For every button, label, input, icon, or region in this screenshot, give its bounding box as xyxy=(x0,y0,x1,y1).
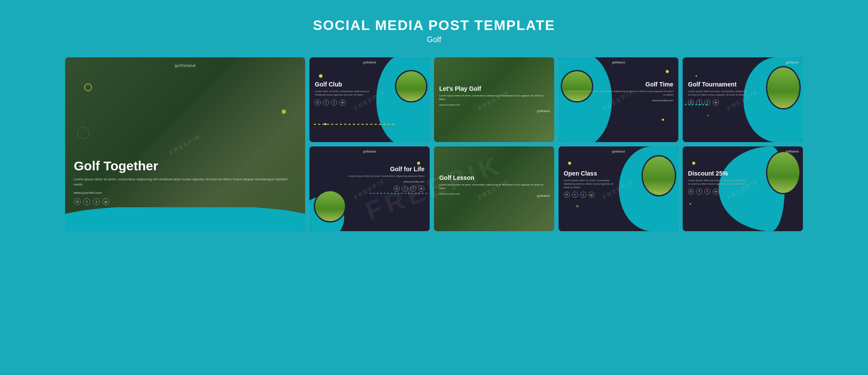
oc-dot-2: f xyxy=(572,192,578,198)
card-open-class: golfisland Open Class Lorem ipsum dolor … xyxy=(559,146,679,231)
oc-dot-3: t xyxy=(580,192,586,198)
page-title: SOCIAL MEDIA POST TEMPLATE xyxy=(313,17,555,33)
d-dot-3: t xyxy=(704,189,710,195)
card-golf-lesson: golfisland Golf Lesson Lorem ipsum dolor… xyxy=(434,146,554,231)
wave-large xyxy=(65,207,305,231)
golf-club-body: Lorem dolor sit amet, consectetur adipis… xyxy=(315,90,375,97)
open-class-content: Open Class Lorem ipsum dolor sit amet, c… xyxy=(559,164,679,204)
tournament-title: Golf Tournament xyxy=(688,81,748,88)
card-lets-play: golfisland Let's Play Golf Lorem ipsum d… xyxy=(434,57,554,142)
d-dot-2: f xyxy=(696,189,702,195)
page-header: SOCIAL MEDIA POST TEMPLATE Golf xyxy=(313,17,555,44)
instagram-icon[interactable]: ⊙ xyxy=(74,198,81,205)
facebook-icon[interactable]: f xyxy=(83,198,90,205)
card-golf-for-life: golfisland Golf for Life Lorem ipsum dol… xyxy=(309,146,430,231)
gl-dot-1: ⊙ xyxy=(394,186,400,192)
gl-dot-4: w xyxy=(418,186,424,192)
golf-life-url: www.yoursite.com xyxy=(315,180,424,183)
card-golf-time: golfisland Golf Time Lorem ipsum dolor s… xyxy=(559,57,679,142)
t-dot-1: ⊙ xyxy=(688,100,694,106)
tournament-content: Golf Tournament Lorem ipsum dolor sit am… xyxy=(683,75,803,112)
open-class-logo: golfisland xyxy=(612,150,625,153)
template-grid: golfisland Golf Together Lorem ipsum dol… xyxy=(65,57,803,231)
large-card-content: Golf Together Lorem ipsum dolor sit amet… xyxy=(74,159,296,205)
t-dot-3: t xyxy=(704,100,710,106)
twitter-icon[interactable]: t xyxy=(93,198,100,205)
open-class-title: Open Class xyxy=(564,170,618,177)
lets-play-body: Lorem ipsum dolor sit amet, consectetur … xyxy=(439,94,549,101)
dot-1: ⊙ xyxy=(315,100,321,106)
tournament-body: Lorem ipsum dolor sit amet, consectetur … xyxy=(688,90,748,97)
large-card-logo: golfisland xyxy=(175,63,196,68)
tournament-logo: golfisland xyxy=(786,61,799,64)
golf-time-title: Golf Time xyxy=(564,81,674,88)
large-card-url: www.yoursite.com xyxy=(74,191,296,195)
golf-life-title: Golf for Life xyxy=(315,166,424,173)
discount-star: ✦ xyxy=(689,202,692,206)
tournament-star-2: ✦ xyxy=(707,114,709,117)
deco-circle-2 xyxy=(77,127,89,139)
open-class-dots: ⊙ f t w xyxy=(564,192,674,198)
card-discount: golfisland ✦ Discount 25% Lorem ipsum do… xyxy=(683,146,803,231)
golf-club-content: Golf Club Lorem dolor sit amet, consecte… xyxy=(309,75,430,112)
card-golf-club: golfisland Golf Club Lorem dolor sit ame… xyxy=(309,57,430,142)
t-dot-4: w xyxy=(713,100,719,106)
accent-dot-1 xyxy=(282,110,286,114)
d-dot-1: ⊙ xyxy=(688,189,694,195)
discount-content: Discount 25% Lorem ipsum dolor sit amet,… xyxy=(683,164,803,201)
golf-time-body: Lorem ipsum dolor sit amet, consectetur … xyxy=(564,90,674,97)
t-dot-2: f xyxy=(696,100,702,106)
lets-play-content: Let's Play Golf Lorem ipsum dolor sit am… xyxy=(434,79,554,114)
discount-logo: golfisland xyxy=(786,150,799,153)
open-class-body: Lorem ipsum dolor sit amet, consectetur … xyxy=(564,179,618,189)
dot-4: w xyxy=(339,100,345,106)
golf-club-logo: golfisland xyxy=(363,61,376,64)
dot-3: t xyxy=(331,100,337,106)
page-subtitle: Golf xyxy=(313,35,555,44)
golf-lesson-content: Golf Lesson Lorem ipsum dolor sit amet, … xyxy=(434,168,554,201)
gl-dot-3: t xyxy=(410,186,416,192)
whatsapp-icon[interactable]: w xyxy=(102,198,109,205)
large-card-body: Lorem ipsum dolor sit amet, consectetur … xyxy=(74,177,296,187)
social-icons: ⊙ f t w xyxy=(74,198,296,205)
golf-club-dots: ⊙ f t w xyxy=(315,100,424,106)
tournament-dots: ⊙ f t w xyxy=(688,100,798,106)
gl-dot-2: f xyxy=(402,186,408,192)
golf-lesson-body: Lorem ipsum dolor sit amet, consectetur … xyxy=(439,183,549,190)
golf-club-title: Golf Club xyxy=(315,81,424,88)
discount-body: Lorem ipsum dolor sit amet, consectetur … xyxy=(688,179,748,186)
golf-time-url: www.yoursite.com xyxy=(564,99,674,102)
discount-title: Discount 25% xyxy=(688,170,748,177)
discount-dots: ⊙ f t w xyxy=(688,189,798,195)
golf-time-logo: golfisland xyxy=(612,61,625,64)
golf-lesson-url: www.yoursite.com xyxy=(439,192,549,195)
golf-time-content: Golf Time Lorem ipsum dolor sit amet, co… xyxy=(559,75,679,108)
oc-dot-4: w xyxy=(589,192,595,198)
lets-play-title: Let's Play Golf xyxy=(439,85,549,92)
golf-lesson-title: Golf Lesson xyxy=(439,174,549,181)
dot-2: f xyxy=(323,100,329,106)
bg-overlay-large xyxy=(65,57,305,231)
golf-life-dots: ⊙ f t w xyxy=(315,186,424,192)
accent-dot-3 xyxy=(324,123,326,125)
oc-dot-1: ⊙ xyxy=(564,192,570,198)
golf-life-content: Golf for Life Lorem ipsum dolor sit amet… xyxy=(309,146,430,198)
golf-life-body: Lorem ipsum dolor sit amet, consectetur … xyxy=(315,175,424,178)
card-golf-tournament: golfisland ✦ ✦ Golf Tournament Lorem ips… xyxy=(683,57,803,142)
d-dot-4: w xyxy=(713,189,719,195)
card-golf-together: golfisland Golf Together Lorem ipsum dol… xyxy=(65,57,305,231)
large-card-title: Golf Together xyxy=(74,159,296,173)
lets-play-url: www.yoursite.com xyxy=(439,103,549,106)
